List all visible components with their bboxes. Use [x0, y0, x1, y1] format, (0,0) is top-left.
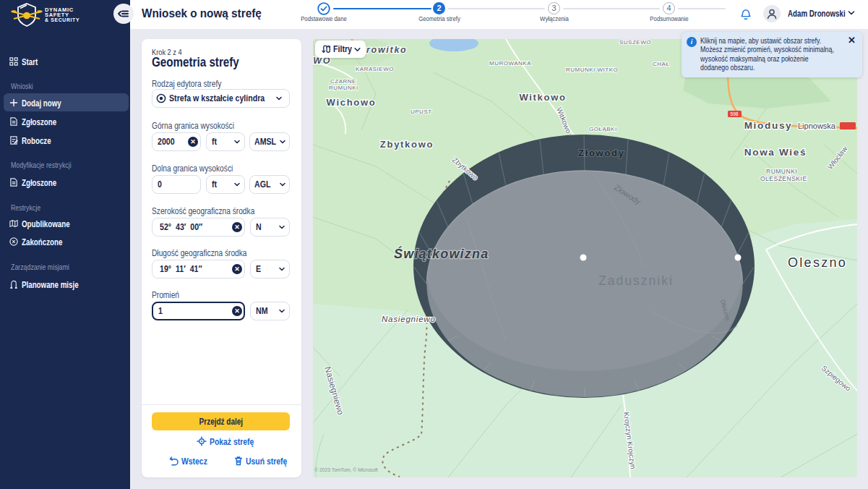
svg-text:Wichowo: Wichowo [327, 97, 377, 108]
svg-text:UPUST: UPUST [411, 109, 432, 115]
svg-text:Nasiegniewo: Nasiegniewo [382, 315, 436, 323]
svg-text:Miodusy: Miodusy [744, 120, 793, 131]
svg-text:KARASIEWO: KARASIEWO [356, 66, 394, 72]
svg-text:© 2023 TomTom, © Microsoft: © 2023 TomTom, © Microsoft [314, 467, 378, 472]
svg-text:RUMUNKI: RUMUNKI [329, 85, 358, 91]
svg-text:RUMUNKI: RUMUNKI [766, 168, 797, 175]
svg-text:RUMUNKI WITKO: RUMUNKI WITKO [566, 67, 618, 73]
svg-text:OLESZEŃSKIE: OLESZEŃSKIE [760, 175, 807, 182]
svg-text:SUSZEWO: SUSZEWO [619, 39, 651, 46]
svg-text:Witkowo: Witkowo [519, 92, 566, 103]
svg-text:Świątkowizna: Świątkowizna [394, 246, 489, 261]
svg-text:Lipnowska: Lipnowska [798, 122, 836, 130]
svg-text:Zaduszniki: Zaduszniki [598, 273, 674, 288]
svg-text:Nowa Wieś: Nowa Wieś [744, 147, 807, 158]
svg-text:Oleszno: Oleszno [788, 255, 847, 270]
svg-text:598: 598 [731, 111, 739, 116]
svg-text:CZARNE: CZARNE [330, 78, 356, 85]
svg-text:Zbytkowo: Zbytkowo [380, 139, 434, 150]
svg-text:GOŁĄBKI: GOŁĄBKI [589, 126, 617, 132]
svg-text:Złowody: Złowody [578, 148, 625, 158]
svg-text:CHAŁ: CHAŁ [653, 61, 669, 67]
svg-text:MUROWANKA: MUROWANKA [489, 60, 531, 67]
